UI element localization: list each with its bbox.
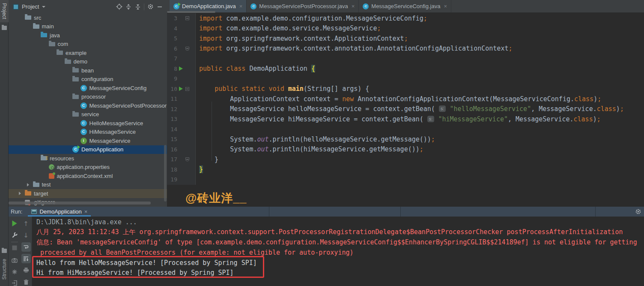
code-line-15[interactable]: 15 System.out.println(helloMessageServic… [167, 134, 644, 145]
tree-item-bean[interactable]: bean [9, 66, 167, 75]
fold-slot[interactable] [185, 16, 190, 20]
tree-item-applicationcontext-xml[interactable]: applicationContext.xml [9, 172, 167, 181]
xml-file-icon [49, 173, 54, 179]
code-line-7[interactable]: 7 [167, 54, 644, 64]
editor-tab-messageservicepostprocessor-java[interactable]: CMessageServicePostProcessor.java× [247, 0, 359, 12]
camera-icon[interactable] [12, 258, 18, 263]
tree-item-messageserviceconfig[interactable]: CMessageServiceConfig [9, 84, 167, 93]
settings-gear-icon[interactable] [146, 2, 155, 12]
tree-item-messageservice[interactable]: IMessageService [9, 136, 167, 145]
tree-item-test[interactable]: test [9, 181, 167, 190]
code-line-4[interactable]: 4import com.example.demo.service.Message… [167, 24, 644, 34]
run-gutter-icon[interactable] [177, 65, 185, 72]
run-arrow-icon[interactable] [179, 66, 183, 71]
code-line-12[interactable]: 12 MessageService helloMessageService = … [167, 104, 644, 114]
run-tool-window-header: Run: DemoApplication × [9, 207, 644, 217]
tree-item-application-properties[interactable]: application.properties [9, 163, 167, 172]
project-title[interactable]: Project [22, 3, 39, 10]
up-arrow-icon[interactable]: ↑ [23, 220, 29, 228]
project-stripe-icon[interactable] [2, 26, 7, 30]
editor-horizontal-scrollbar[interactable] [167, 11, 215, 13]
tree-item-configuration[interactable]: configuration [9, 75, 167, 84]
code-line-13[interactable]: 13 MessageService hiMessageService = con… [167, 114, 644, 124]
collapse-all-icon[interactable] [133, 2, 143, 12]
tree-item-demo[interactable]: demo [9, 57, 167, 66]
tree-item-resources[interactable]: resources [9, 154, 167, 163]
tree-item-label: main [42, 23, 54, 30]
down-arrow-icon[interactable]: ↓ [23, 232, 29, 239]
locate-icon[interactable] [114, 2, 124, 12]
tree-vertical-scrollbar[interactable] [164, 145, 167, 202]
print-icon[interactable] [23, 268, 29, 273]
tree-item-main[interactable]: main [9, 22, 167, 31]
run-tab-demoapplication[interactable]: DemoApplication × [28, 207, 91, 217]
fold-open-icon[interactable] [185, 87, 189, 91]
wrench-icon[interactable] [12, 232, 18, 238]
code-line-6[interactable]: 6import org.springframework.context.anno… [167, 44, 644, 54]
clear-icon[interactable] [24, 280, 29, 285]
code-line-16[interactable]: 16 System.out.println(hiMessageService.g… [167, 145, 644, 155]
close-icon[interactable]: × [352, 3, 355, 9]
tree-item-hellomessageservice[interactable]: CHelloMessageService [9, 119, 167, 128]
run-label: Run: [11, 208, 22, 215]
scroll-to-end-icon[interactable] [21, 254, 31, 263]
code-line-9[interactable]: 9 [167, 74, 644, 84]
tree-item-src[interactable]: src [9, 13, 167, 22]
tree-chevron-slot[interactable] [27, 183, 33, 187]
tree-item-himessageservice[interactable]: CHiMessageService [9, 128, 167, 137]
code-line-19[interactable]: 19 [167, 175, 644, 185]
fold-slot[interactable] [185, 157, 190, 161]
stripe-structure-label[interactable]: Structure [1, 259, 7, 280]
editor-tab-label: DemoApplication.java [182, 3, 236, 9]
code-line-5[interactable]: 5import org.springframework.context.Appl… [167, 33, 644, 44]
tree-item-demoapplication[interactable]: CDemoApplication [9, 145, 167, 154]
editor-tab-messageserviceconfig-java[interactable]: CMessageServiceConfig.java× [359, 0, 451, 12]
fold-end-icon[interactable] [185, 157, 189, 161]
tree-chevron-slot[interactable] [19, 192, 25, 195]
close-icon[interactable]: × [444, 3, 447, 9]
tree-item-service[interactable]: service [9, 110, 167, 119]
tree-item-label: com [58, 41, 69, 47]
chevron-right-icon[interactable] [19, 192, 21, 195]
tree-item-target[interactable]: target [9, 189, 167, 198]
code-line-10[interactable]: 10 public static void main(String[] args… [167, 84, 644, 94]
editor-tab-demoapplication-java[interactable]: CDemoApplication.java× [170, 0, 247, 12]
code-line-17[interactable]: 17 } [167, 154, 644, 165]
tree-item-example[interactable]: example [9, 48, 167, 57]
tree-item-java[interactable]: java [9, 31, 167, 40]
package-icon [72, 68, 79, 72]
fold-slot[interactable] [185, 47, 190, 51]
close-icon[interactable]: × [84, 208, 88, 215]
expand-all-icon[interactable] [124, 2, 133, 12]
code-line-14[interactable]: 14 [167, 124, 644, 135]
coverage-icon[interactable] [12, 269, 17, 275]
stripe-project-button[interactable]: Project [0, 0, 9, 22]
hide-icon[interactable] [155, 2, 164, 12]
run-arrow-icon[interactable] [179, 87, 183, 91]
tree-horizontal-scrollbar[interactable] [9, 202, 151, 205]
code-line-18[interactable]: 18} [167, 165, 644, 175]
chevron-right-icon[interactable] [27, 183, 29, 187]
tree-item-messageservicepostprocessor[interactable]: CMessageServicePostProcessor [9, 101, 167, 110]
code-token: com.example.demo.service.MessageService [222, 24, 377, 32]
fold-end-icon[interactable] [185, 47, 189, 51]
code-editor[interactable]: 3import com.example.demo.configuration.M… [167, 13, 644, 185]
code-token: org.springframework.context.annotation.A… [222, 45, 508, 52]
chevron-down-icon[interactable] [42, 6, 45, 8]
structure-stripe-icon[interactable] [2, 249, 7, 253]
close-icon[interactable]: × [239, 3, 243, 9]
tree-item-processor[interactable]: processor [9, 93, 167, 102]
code-line-11[interactable]: 11 ApplicationContext context = new Anno… [167, 94, 644, 104]
run-gutter-icon[interactable] [177, 85, 185, 93]
code-line-8[interactable]: 8public class DemoApplication { [167, 64, 644, 74]
console-output[interactable]: D:\JDK1.8\bin\java.exe ...八月 25, 2023 11… [36, 217, 637, 278]
code-line-3[interactable]: 3import com.example.demo.configuration.M… [167, 13, 644, 24]
rerun-icon[interactable] [12, 220, 17, 226]
tree-item-com[interactable]: com [9, 40, 167, 49]
fold-open-icon[interactable] [185, 16, 189, 20]
stop-icon[interactable] [12, 246, 17, 250]
exit-icon[interactable] [12, 280, 18, 286]
settings-gear-icon[interactable] [635, 208, 641, 215]
fold-slot[interactable] [185, 87, 190, 91]
soft-wrap-icon[interactable] [21, 242, 31, 252]
